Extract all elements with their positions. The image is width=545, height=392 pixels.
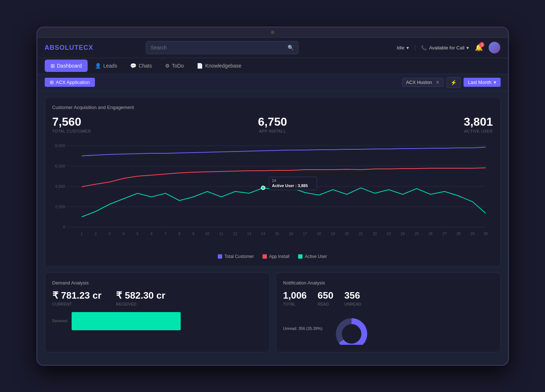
leads-icon: 👤 — [95, 63, 101, 69]
nav-chats-label: Chats — [139, 63, 152, 69]
legend-app-install-label: App Install — [269, 254, 289, 259]
app-install-metric: 6,750 App Install — [199, 116, 346, 133]
svg-text:Active User : 3,885: Active User : 3,885 — [272, 183, 308, 188]
svg-text:4,000: 4,000 — [55, 184, 65, 189]
demand-current: ₹ 781.23 cr Current — [52, 290, 102, 306]
svg-text:9: 9 — [192, 232, 195, 236]
notification-title: Notification Analysis — [283, 280, 493, 286]
logo-accent: CX — [84, 44, 93, 51]
chart-title: Customer Acquisition and Engagement — [52, 105, 493, 110]
svg-text:6: 6 — [150, 232, 152, 236]
available-chevron-icon: ▾ — [466, 45, 469, 50]
breadcrumb-bar: ⊞ ACX Application ACX Huston ✕ ⚡ Last Mo… — [37, 74, 508, 91]
svg-text:16: 16 — [289, 232, 293, 236]
legend-active-user-color — [298, 254, 302, 259]
total-customer-metric: 7,560 Total Customer — [52, 116, 199, 133]
demand-analysis-card: Demand Analysis ₹ 781.23 cr Current ₹ 58… — [45, 272, 270, 352]
svg-text:26: 26 — [428, 232, 433, 236]
demand-received: ₹ 582.30 cr Received — [116, 290, 165, 306]
legend-active-user: Active User — [298, 254, 327, 259]
legend-total-customer: Total Customer — [218, 254, 254, 259]
svg-text:19: 19 — [331, 232, 335, 236]
dashboard-icon: ⊞ — [51, 63, 55, 69]
chats-icon: 💬 — [130, 63, 136, 69]
legend-app-install: App Install — [263, 254, 289, 259]
home-icon: ⊞ — [50, 80, 54, 85]
search-input[interactable] — [151, 45, 288, 50]
active-user-metric: 3,801 Active User — [346, 116, 493, 133]
header-right: Idle ▾ 📞 Available for Call ▾ 🔔 3 — [397, 42, 500, 53]
demand-metrics: ₹ 781.23 cr Current ₹ 582.30 cr Received — [52, 290, 262, 306]
legend-total-customer-color — [218, 254, 222, 259]
available-for-call-button[interactable]: 📞 Available for Call ▾ — [415, 45, 469, 50]
svg-text:24: 24 — [400, 232, 405, 236]
notification-badge: 3 — [479, 42, 484, 47]
notif-unread-value: 356 — [344, 290, 361, 301]
bottom-row: Demand Analysis ₹ 781.23 cr Current ₹ 58… — [45, 272, 501, 358]
active-user-value: 3,801 — [346, 116, 493, 128]
nav-leads-label: Leads — [103, 63, 117, 69]
notif-read-value: 650 — [318, 290, 333, 301]
legend-active-user-label: Active User — [305, 254, 327, 259]
device-top-bar — [37, 28, 508, 38]
notif-total-label: Total — [283, 302, 307, 306]
filter-tag-label: ACX Huston — [406, 80, 432, 85]
tooltip-dot — [261, 186, 265, 190]
line-chart: .grid-line { stroke: #2a2d45; stroke-wid… — [52, 141, 493, 242]
nav-leads[interactable]: 👤 Leads — [89, 60, 123, 72]
idle-button[interactable]: Idle ▾ — [397, 45, 409, 50]
header: ABSOLUTECX 🔍 Idle ▾ 📞 Available for Call… — [37, 38, 508, 58]
svg-text:29: 29 — [470, 232, 474, 236]
legend-app-install-color — [263, 254, 267, 259]
search-bar[interactable]: 🔍 — [146, 41, 298, 54]
svg-text:14: 14 — [261, 232, 265, 236]
date-filter-label: Last Month — [468, 80, 491, 85]
svg-text:21: 21 — [358, 232, 363, 236]
search-icon: 🔍 — [288, 45, 294, 50]
knowledgebase-icon: 📄 — [197, 63, 203, 69]
notification-bell[interactable]: 🔔 3 — [475, 44, 483, 52]
nav-todo[interactable]: ⚙ ToDo — [159, 60, 190, 72]
svg-text:10: 10 — [205, 232, 209, 236]
chart-area: .grid-line { stroke: #2a2d45; stroke-wid… — [52, 141, 493, 250]
date-chevron-icon: ▾ — [494, 80, 496, 85]
avatar[interactable] — [489, 42, 500, 53]
svg-text:3: 3 — [108, 232, 111, 236]
nav-knowledgebase[interactable]: 📄 Knowledgebase — [191, 60, 247, 72]
svg-text:12: 12 — [233, 232, 237, 236]
nav-dashboard-label: Dashboard — [57, 63, 82, 69]
logo-text: ABSOLUTE — [45, 44, 84, 51]
notif-total-value: 1,006 — [283, 290, 307, 301]
app-install-label: App Install — [199, 129, 346, 133]
logo: ABSOLUTECX — [45, 44, 93, 52]
demand-title: Demand Analysis — [52, 280, 262, 286]
date-filter-button[interactable]: Last Month ▾ — [464, 78, 500, 87]
app-install-value: 6,750 — [199, 116, 346, 128]
svg-text:11: 11 — [219, 232, 223, 236]
notif-total: 1,006 Total — [283, 290, 307, 306]
demand-bar — [72, 312, 181, 330]
nav-todo-label: ToDo — [172, 63, 184, 69]
svg-text:28: 28 — [456, 232, 461, 236]
todo-icon: ⚙ — [165, 63, 170, 69]
svg-text:18: 18 — [317, 232, 321, 236]
phone-icon: 📞 — [421, 45, 427, 50]
idle-chevron-icon: ▾ — [406, 45, 409, 50]
svg-text:13: 13 — [247, 232, 251, 236]
filter-button[interactable]: ⚡ — [446, 77, 461, 88]
nav-chats[interactable]: 💬 Chats — [124, 60, 158, 72]
nav-knowledgebase-label: Knowledgebase — [205, 63, 241, 69]
legend-total-customer-label: Total Customer — [224, 254, 254, 259]
bar-received-label: Received — [52, 319, 68, 323]
svg-text:20: 20 — [345, 232, 349, 236]
svg-text:5: 5 — [136, 232, 139, 236]
main-content: Customer Acquisition and Engagement 7,56… — [37, 91, 508, 364]
svg-text:17: 17 — [303, 232, 307, 236]
filter-tag-close[interactable]: ✕ — [436, 80, 440, 85]
total-customer-value: 7,560 — [52, 116, 199, 128]
svg-text:8: 8 — [178, 232, 180, 236]
breadcrumb-app[interactable]: ⊞ ACX Application — [45, 78, 95, 87]
svg-text:25: 25 — [414, 232, 419, 236]
svg-text:2,000: 2,000 — [55, 205, 65, 209]
nav-dashboard[interactable]: ⊞ Dashboard — [45, 60, 88, 72]
